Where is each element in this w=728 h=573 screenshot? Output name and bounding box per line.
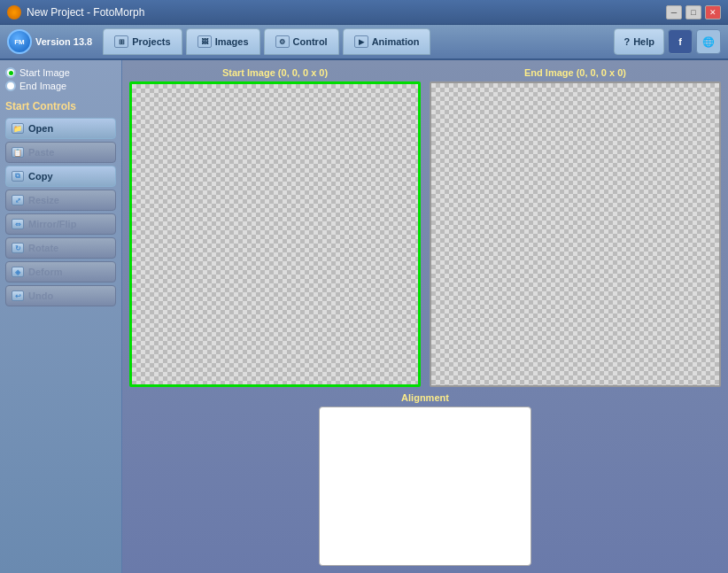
end-image-radio[interactable]: End Image [5, 81, 116, 91]
animation-icon: ▶ [354, 35, 368, 48]
mirror-button[interactable]: ⇔ Mirror/Flip [5, 213, 116, 235]
tab-control[interactable]: ⚙ Control [264, 28, 339, 55]
maximize-button[interactable]: □ [685, 5, 701, 19]
end-image-label: End Image [19, 81, 66, 91]
start-image-radio-dot [5, 67, 16, 78]
end-image-title: End Image (0, 0, 0 x 0) [430, 67, 721, 78]
start-image-canvas[interactable] [129, 81, 421, 387]
tab-projects[interactable]: ⊞ Projects [103, 28, 182, 55]
images-icon: 🖼 [197, 35, 212, 48]
alignment-label: Alignment [401, 392, 449, 403]
end-image-canvas[interactable] [430, 81, 721, 387]
resize-button[interactable]: ⤢ Resize [5, 190, 116, 211]
header-nav: FM Version 13.8 ⊞ Projects 🖼 Images ⚙ Co… [0, 25, 728, 60]
resize-icon: ⤢ [12, 195, 24, 205]
start-image-label: Start Image [19, 67, 70, 78]
content-area: Start Image (0, 0, 0 x 0) End Image (0, … [122, 60, 728, 573]
web-button[interactable]: 🌐 [696, 29, 721, 54]
tab-images[interactable]: 🖼 Images [186, 28, 260, 55]
images-row: Start Image (0, 0, 0 x 0) End Image (0, … [129, 67, 721, 387]
title-bar: New Project - FotoMorph ─ □ ✕ [0, 0, 728, 25]
paste-button[interactable]: 📋 Paste [5, 142, 116, 163]
open-button[interactable]: 📁 Open [5, 118, 116, 139]
facebook-button[interactable]: f [668, 29, 693, 54]
start-controls-title: Start Controls [5, 100, 116, 112]
app-icon [7, 5, 21, 19]
app-logo: FM [7, 29, 32, 54]
mirror-icon: ⇔ [12, 219, 24, 229]
start-image-panel: Start Image (0, 0, 0 x 0) [129, 67, 421, 387]
projects-icon: ⊞ [114, 35, 128, 48]
version-text: Version 13.8 [35, 36, 92, 47]
help-button[interactable]: ? Help [614, 28, 664, 55]
open-icon: 📁 [12, 123, 24, 134]
rotate-icon: ↻ [12, 243, 24, 253]
deform-button[interactable]: ◈ Deform [5, 261, 116, 283]
undo-icon: ↩ [12, 290, 24, 301]
main-layout: Start Image End Image Start Controls 📁 O… [0, 60, 728, 573]
deform-icon: ◈ [12, 267, 24, 277]
end-image-radio-dot [5, 81, 16, 91]
close-button[interactable]: ✕ [705, 5, 721, 19]
start-image-radio[interactable]: Start Image [5, 67, 116, 78]
sidebar: Start Image End Image Start Controls 📁 O… [0, 60, 122, 573]
logo-area: FM Version 13.8 [7, 29, 92, 54]
image-selection-group: Start Image End Image [5, 67, 116, 91]
minimize-button[interactable]: ─ [666, 5, 682, 19]
end-image-panel: End Image (0, 0, 0 x 0) [430, 67, 721, 387]
title-bar-text: New Project - FotoMorph [27, 6, 666, 19]
alignment-canvas[interactable] [319, 407, 531, 566]
tab-animation[interactable]: ▶ Animation [343, 28, 431, 55]
start-image-title: Start Image (0, 0, 0 x 0) [129, 67, 421, 78]
undo-button[interactable]: ↩ Undo [5, 285, 116, 306]
control-icon: ⚙ [275, 35, 290, 48]
window-controls: ─ □ ✕ [666, 5, 721, 19]
paste-icon: 📋 [12, 147, 24, 158]
rotate-button[interactable]: ↻ Rotate [5, 237, 116, 259]
copy-icon: ⧉ [12, 171, 24, 182]
copy-button[interactable]: ⧉ Copy [5, 166, 116, 187]
alignment-section: Alignment [129, 392, 721, 566]
